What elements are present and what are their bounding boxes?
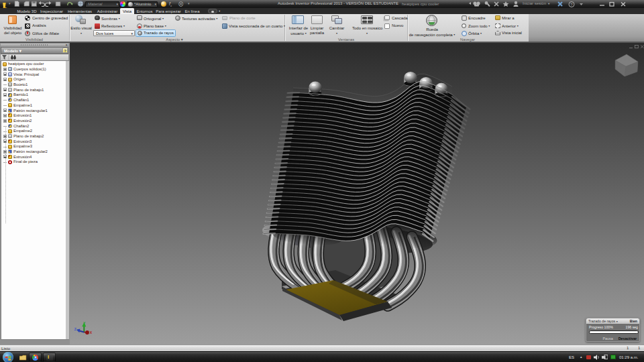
svg-text:X: X bbox=[90, 330, 93, 335]
svg-text:Y: Y bbox=[83, 320, 86, 324]
svg-text:Z: Z bbox=[74, 326, 76, 330]
svg-text:?: ? bbox=[570, 3, 573, 7]
